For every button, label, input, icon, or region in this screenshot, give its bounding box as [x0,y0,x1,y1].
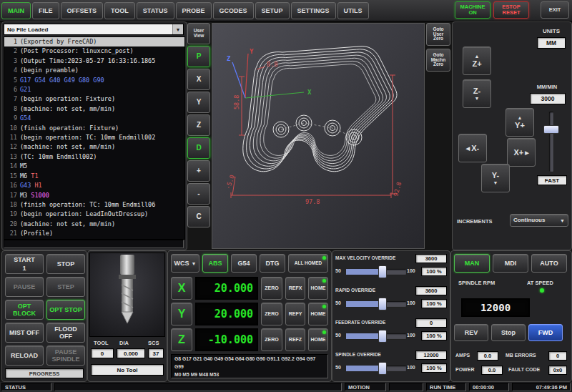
wcs-button[interactable]: WCS ▼ [171,254,199,273]
control-stop-button[interactable]: STOP [46,254,85,274]
all-homed-button[interactable]: ALL HOMED [288,254,328,273]
control-mist-off-button[interactable]: MIST OFF [5,323,44,343]
view-button-y[interactable]: Y [187,92,210,113]
gcode-line[interactable]: 4(begin preamble) [4,66,184,75]
view-button-+[interactable]: + [187,160,210,182]
axis-x-button[interactable]: X [171,277,192,300]
goto-user-zero-button[interactable]: Goto User Zero [426,23,450,46]
tab-tool[interactable]: TOOL [104,2,135,19]
axis-z-button[interactable]: Z [171,328,192,351]
home-z-button[interactable]: HOME [308,328,328,351]
estop-reset-button[interactable]: ESTOP RESET [493,1,529,19]
mode-mdi-button[interactable]: MDI [493,254,528,273]
tab-file[interactable]: FILE [32,2,59,19]
gcode-line[interactable]: 15M6 T1 [4,172,184,181]
view-button-z[interactable]: Z [187,114,210,136]
exit-button[interactable]: EXIT [541,1,569,19]
jog-y-minus-button[interactable]: Y- ▼ [481,164,510,192]
home-x-button[interactable]: HOME [308,277,328,300]
abs-button[interactable]: ABS [202,254,228,273]
gcode-view[interactable]: 1(Exported by FreeCAD)2(Post Processor: … [4,36,185,240]
mdi-input[interactable] [4,240,184,248]
gcode-preview[interactable]: X Y Z 97.8 92.8 58.8 8.8 -5.0 [212,23,425,249]
spindle-fwd-button[interactable]: FWD [528,324,563,341]
mode-man-button[interactable]: MAN [454,254,490,273]
tab-utils[interactable]: UTILS [337,2,369,19]
control-pause-button[interactable]: PAUSE [5,277,44,297]
mode-auto-button[interactable]: AUTO [531,254,567,273]
control-flood-off-button[interactable]: FLOOD OFF [46,323,85,343]
gcode-line[interactable]: 7(begin operation: Fixture) [4,94,184,104]
tab-main[interactable]: MAIN [1,2,31,19]
control-reload-button[interactable]: RELOAD [5,346,44,366]
jog-z-minus-button[interactable]: Z- ▼ [463,79,491,108]
jog-z-plus-button[interactable]: ▲ Z+ [463,46,491,75]
home-y-button[interactable]: HOME [308,303,328,325]
tab-settings[interactable]: SETTINGS [291,2,336,19]
control-pause-spindle-button[interactable]: PAUSE SPINDLE [46,346,85,366]
view-button-x[interactable]: X [187,69,210,90]
rapid-override-slider-track[interactable] [345,300,407,308]
gcode-line[interactable]: 12(machine: not set, mm/min) [4,142,184,152]
control-step-button[interactable]: STEP [46,277,85,297]
gcode-line[interactable]: 11(begin operation: TC: 10mm Endmill002 [4,133,184,142]
axis-y-button[interactable]: Y [171,303,192,325]
max-velocity-override-slider-track[interactable] [345,268,407,275]
feedrate-override-slider-track[interactable] [345,333,407,340]
goto-machn-zero-button[interactable]: Goto Machn Zero [426,49,450,72]
zero-z-button[interactable]: ZERO [261,328,282,351]
spindle-rev-button[interactable]: REV [454,324,488,341]
zero-x-button[interactable]: ZERO [261,277,282,300]
gcode-line[interactable]: 20(machine: not set, mm/min) [4,220,184,229]
gcode-line[interactable]: 13(TC: 10mm Endmill002) [4,152,184,162]
gcode-line[interactable]: 1(Exported by FreeCAD) [4,37,184,46]
max-velocity-override-slider-handle[interactable] [378,265,387,278]
view-button-[interactable]: - [187,183,210,205]
increments-dropdown[interactable]: Continuous ▼ [510,214,568,227]
spindle-stop-button[interactable]: Stop [491,324,526,341]
feed-slider-track[interactable] [548,111,554,172]
gcode-line[interactable]: 2(Post Processor: linuxcnc_post) [4,46,184,56]
control-opt-block-button[interactable]: OPT BLOCK [5,300,44,320]
gcode-line[interactable]: 8(machine: not set, mm/min) [4,104,184,114]
file-selector[interactable]: No File Loaded ▼ [4,24,184,35]
tab-status[interactable]: STATUS [137,2,174,19]
tab-gcodes[interactable]: GCODES [213,2,254,19]
gcode-line[interactable]: 3(Output Time:2023-05-27 16:33:16.1865 [4,57,184,66]
feed-slider-handle[interactable] [543,125,559,134]
control-start-button[interactable]: START1 [5,254,44,274]
ref-x-button[interactable]: REFX [285,277,305,300]
g54-button[interactable]: G54 [231,254,257,273]
jog-x-minus-button[interactable]: ◀ X- [458,134,487,162]
gcode-line[interactable]: 17M3 S1000 [4,191,184,200]
jog-y-plus-button[interactable]: ▲ Y+ [506,108,534,137]
zero-y-button[interactable]: ZERO [261,303,282,325]
tab-setup[interactable]: SETUP [255,2,290,19]
gcode-line[interactable]: 6G21 [4,85,184,94]
view-button-d[interactable]: D [187,137,210,159]
dtg-button[interactable]: DTG [260,254,285,273]
gcode-line[interactable]: 16G43 H1 [4,181,184,190]
feedrate-override-slider-handle[interactable] [378,330,387,343]
machine-on-button[interactable]: MACHINE ON [455,1,490,19]
gcode-line[interactable]: 9G54 [4,114,184,123]
view-button-c[interactable]: C [187,206,210,227]
control-opt-stop-button[interactable]: OPT STOP [46,300,85,320]
gcode-line[interactable]: 5G17 G54 G40 G49 G80 G90 [4,76,184,85]
view-button-p[interactable]: P [187,46,210,67]
gcode-line[interactable]: 19(begin operation: LeadInOutDressup) [4,210,184,219]
gcode-line[interactable]: 14M5 [4,162,184,171]
spindle-override-slider-track[interactable] [345,365,407,372]
tab-offsets[interactable]: OFFSETS [61,2,104,19]
gcode-line[interactable]: 21(Profile) [4,229,184,238]
ref-z-button[interactable]: REFZ [285,328,305,351]
gcode-line[interactable]: 18(finish operation: TC: 10mm Endmill06 [4,200,184,210]
gcode-line[interactable]: 10(finish operation: Fixture) [4,124,184,133]
tab-probe[interactable]: PROBE [176,2,212,19]
combo-arrow-icon[interactable]: ▼ [172,24,183,34]
rapid-override-slider-handle[interactable] [378,298,387,310]
jog-x-plus-button[interactable]: X+ ▶ [507,138,536,167]
ref-y-button[interactable]: REFY [285,303,305,325]
spindle-override-slider-handle[interactable] [378,362,387,375]
view-button-user-view[interactable]: User View [187,23,210,44]
